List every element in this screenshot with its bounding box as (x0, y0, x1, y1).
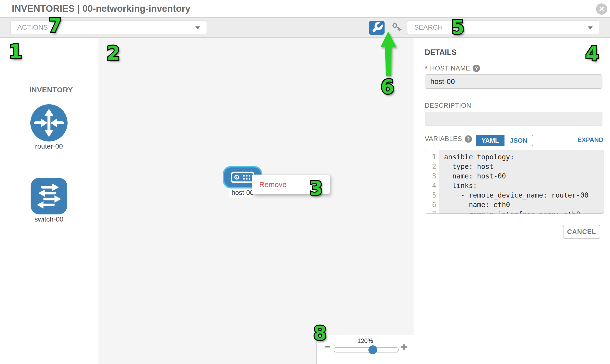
sidebar-item-switch-00[interactable]: switch-00 (31, 178, 67, 223)
zoom-in-button[interactable]: + (401, 341, 407, 352)
toolbar: ACTIONS SEARC (0, 18, 610, 38)
description-label-row: DESCRIPTION (425, 102, 471, 109)
code-line: ansible_topology: (444, 152, 604, 162)
annotation-7: 7 (49, 16, 62, 35)
router-label: router-00 (30, 143, 67, 150)
actions-dropdown[interactable]: ACTIONS (10, 21, 207, 34)
toggle-json[interactable]: JSON (505, 135, 533, 146)
code-line: name: host-00 (444, 171, 604, 181)
variables-label-row: VARIABLES ? (425, 135, 472, 143)
help-icon[interactable]: ? (465, 135, 472, 143)
annotation-8: 8 (313, 324, 326, 343)
code-line: type: host (444, 162, 604, 171)
router-icon (30, 104, 67, 142)
server-icon (231, 172, 254, 183)
annotation-6: 6 (381, 77, 394, 96)
description-label: DESCRIPTION (425, 102, 471, 109)
annotation-3: 3 (309, 179, 323, 198)
page-title: INVENTORIES | 00-networking-inventory (12, 0, 190, 17)
host-name-label: HOST NAME (430, 65, 470, 72)
code-line: remote_interface_name: eth0 (444, 209, 604, 214)
code-line: links: (444, 181, 604, 190)
line-number: 3 (425, 171, 439, 181)
line-number: 7 (425, 209, 439, 214)
search-placeholder: SEARCH (414, 21, 443, 34)
close-icon[interactable]: ✕ (596, 3, 607, 15)
inventory-title: INVENTORY (29, 86, 73, 94)
variables-label: VARIABLES (425, 135, 462, 143)
chevron-down-icon (588, 26, 593, 29)
switch-icon (31, 178, 67, 214)
details-title: DETAILS (425, 48, 456, 57)
host-name-label-row: * HOST NAME ? (425, 64, 480, 72)
topology-canvas[interactable]: host-00 Details Remove 120% − + (98, 38, 414, 364)
zoom-level-value: 120% (316, 337, 414, 344)
line-number: 6 (425, 200, 439, 209)
toggle-yaml[interactable]: YAML (476, 135, 505, 146)
zoom-control-panel: 120% − + (316, 335, 414, 364)
inventory-sidebar: INVENTORY router-00 (0, 38, 98, 364)
chevron-down-icon (195, 26, 200, 29)
expand-link[interactable]: EXPAND (577, 136, 603, 144)
annotation-arrow-icon (381, 32, 397, 77)
annotation-5: 5 (451, 18, 464, 37)
help-icon[interactable]: ? (473, 65, 480, 72)
cancel-button[interactable]: CANCEL (563, 225, 600, 239)
zoom-slider-track[interactable] (334, 347, 399, 352)
actions-dropdown-label: ACTIONS (17, 21, 48, 34)
host-name-input[interactable] (425, 74, 602, 89)
switch-label: switch-00 (31, 215, 67, 223)
search-dropdown[interactable]: SEARCH (407, 21, 599, 34)
annotation-2: 2 (107, 44, 120, 63)
code-line: name: eth0 (444, 200, 604, 209)
header: INVENTORIES | 00-networking-inventory ✕ (0, 0, 610, 18)
annotation-4: 4 (585, 44, 599, 63)
line-number: 1 (425, 152, 439, 162)
description-input[interactable] (425, 112, 602, 126)
variables-format-toggle: YAML JSON (476, 135, 533, 146)
variables-code-editor[interactable]: 1 2 3 4 5 6 7 ansible_topology: type: ho… (425, 150, 604, 214)
details-panel: DETAILS * HOST NAME ? DESCRIPTION VARIAB… (415, 38, 610, 364)
sidebar-item-router-00[interactable]: router-00 (30, 104, 67, 150)
app-window: INVENTORIES | 00-networking-inventory ✕ … (0, 0, 610, 364)
line-number: 2 (425, 162, 439, 171)
line-number: 5 (425, 190, 439, 200)
editor-line-numbers: 1 2 3 4 5 6 7 (425, 150, 439, 213)
zoom-slider-handle[interactable] (368, 345, 377, 354)
line-number: 4 (425, 181, 439, 190)
required-marker: * (425, 64, 428, 72)
annotation-1: 1 (9, 42, 22, 61)
editor-code-area[interactable]: ansible_topology: type: host name: host-… (439, 150, 604, 213)
code-line: - remote_device_name: router-00 (444, 190, 604, 200)
